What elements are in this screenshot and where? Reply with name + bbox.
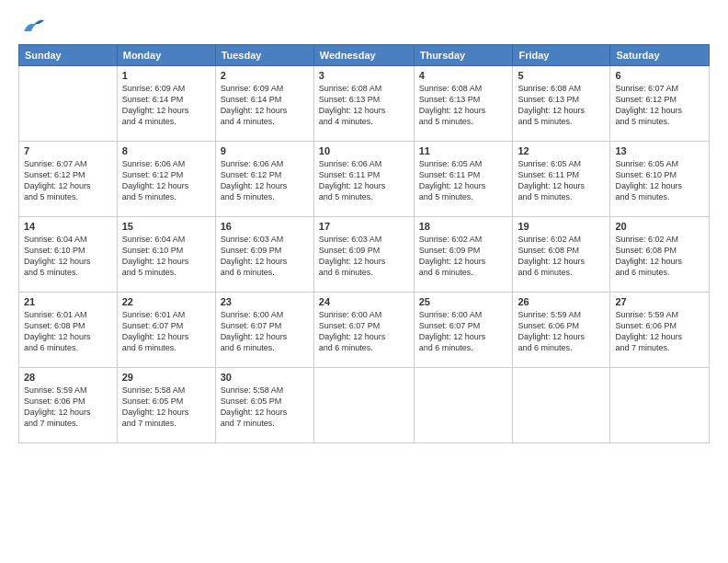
- calendar-cell: 8Sunrise: 6:06 AMSunset: 6:12 PMDaylight…: [117, 142, 215, 217]
- day-number: 2: [221, 70, 309, 81]
- day-number: 13: [615, 145, 704, 156]
- cell-info: Sunrise: 6:05 AMSunset: 6:11 PMDaylight:…: [419, 158, 508, 203]
- calendar-cell: 6Sunrise: 6:07 AMSunset: 6:12 PMDaylight…: [610, 66, 710, 142]
- calendar-cell: 22Sunrise: 6:01 AMSunset: 6:07 PMDayligh…: [117, 293, 215, 368]
- cell-info: Sunrise: 6:02 AMSunset: 6:09 PMDaylight:…: [419, 234, 508, 279]
- day-number: 10: [319, 145, 409, 156]
- cell-info: Sunrise: 6:06 AMSunset: 6:12 PMDaylight:…: [221, 158, 309, 203]
- calendar-cell: 4Sunrise: 6:08 AMSunset: 6:13 PMDaylight…: [414, 66, 513, 142]
- cell-info: Sunrise: 5:58 AMSunset: 6:05 PMDaylight:…: [122, 385, 210, 430]
- day-number: 18: [419, 221, 508, 232]
- week-row-3: 14Sunrise: 6:04 AMSunset: 6:10 PMDayligh…: [19, 217, 710, 293]
- cell-info: Sunrise: 6:03 AMSunset: 6:09 PMDaylight:…: [221, 234, 309, 279]
- calendar-header-thursday: Thursday: [414, 45, 513, 66]
- day-number: 22: [122, 296, 210, 307]
- day-number: 30: [221, 372, 309, 383]
- calendar-cell: [313, 368, 414, 443]
- day-number: 3: [319, 70, 409, 81]
- cell-info: Sunrise: 6:05 AMSunset: 6:11 PMDaylight:…: [518, 158, 605, 203]
- cell-info: Sunrise: 6:05 AMSunset: 6:10 PMDaylight:…: [615, 158, 704, 203]
- week-row-5: 28Sunrise: 5:59 AMSunset: 6:06 PMDayligh…: [19, 368, 710, 443]
- calendar-cell: 28Sunrise: 5:59 AMSunset: 6:06 PMDayligh…: [19, 368, 118, 443]
- day-number: 29: [122, 372, 210, 383]
- cell-info: Sunrise: 6:08 AMSunset: 6:13 PMDaylight:…: [419, 83, 508, 128]
- calendar-cell: 11Sunrise: 6:05 AMSunset: 6:11 PMDayligh…: [414, 142, 513, 217]
- calendar-cell: 3Sunrise: 6:08 AMSunset: 6:13 PMDaylight…: [313, 66, 414, 142]
- calendar-cell: 18Sunrise: 6:02 AMSunset: 6:09 PMDayligh…: [414, 217, 513, 293]
- cell-info: Sunrise: 5:59 AMSunset: 6:06 PMDaylight:…: [518, 309, 605, 354]
- cell-info: Sunrise: 6:06 AMSunset: 6:11 PMDaylight:…: [319, 158, 409, 203]
- cell-info: Sunrise: 6:09 AMSunset: 6:14 PMDaylight:…: [221, 83, 309, 128]
- calendar-cell: 15Sunrise: 6:04 AMSunset: 6:10 PMDayligh…: [117, 217, 215, 293]
- cell-info: Sunrise: 6:08 AMSunset: 6:13 PMDaylight:…: [319, 83, 409, 128]
- cell-info: Sunrise: 6:00 AMSunset: 6:07 PMDaylight:…: [319, 309, 409, 354]
- calendar-cell: [513, 368, 610, 443]
- day-number: 12: [518, 145, 605, 156]
- day-number: 25: [419, 296, 508, 307]
- cell-info: Sunrise: 6:08 AMSunset: 6:13 PMDaylight:…: [518, 83, 605, 128]
- day-number: 19: [518, 221, 605, 232]
- calendar-cell: 25Sunrise: 6:00 AMSunset: 6:07 PMDayligh…: [414, 293, 513, 368]
- calendar-cell: 20Sunrise: 6:02 AMSunset: 6:08 PMDayligh…: [610, 217, 710, 293]
- cell-info: Sunrise: 6:03 AMSunset: 6:09 PMDaylight:…: [319, 234, 409, 279]
- day-number: 14: [24, 221, 112, 232]
- calendar-cell: 13Sunrise: 6:05 AMSunset: 6:10 PMDayligh…: [610, 142, 710, 217]
- week-row-4: 21Sunrise: 6:01 AMSunset: 6:08 PMDayligh…: [19, 293, 710, 368]
- logo-bird-icon: [20, 15, 46, 35]
- cell-info: Sunrise: 6:06 AMSunset: 6:12 PMDaylight:…: [122, 158, 210, 203]
- calendar-header-monday: Monday: [117, 45, 215, 66]
- day-number: 4: [419, 70, 508, 81]
- day-number: 9: [221, 145, 309, 156]
- calendar-cell: 24Sunrise: 6:00 AMSunset: 6:07 PMDayligh…: [313, 293, 414, 368]
- calendar-header-wednesday: Wednesday: [313, 45, 414, 66]
- day-number: 23: [221, 296, 309, 307]
- day-number: 15: [122, 221, 210, 232]
- cell-info: Sunrise: 6:01 AMSunset: 6:07 PMDaylight:…: [122, 309, 210, 354]
- calendar-cell: [610, 368, 710, 443]
- calendar-cell: 30Sunrise: 5:58 AMSunset: 6:05 PMDayligh…: [215, 368, 313, 443]
- day-number: 26: [518, 296, 605, 307]
- day-number: 7: [24, 145, 112, 156]
- calendar-table: SundayMondayTuesdayWednesdayThursdayFrid…: [18, 44, 710, 443]
- week-row-1: 1Sunrise: 6:09 AMSunset: 6:14 PMDaylight…: [19, 66, 710, 142]
- cell-info: Sunrise: 5:59 AMSunset: 6:06 PMDaylight:…: [615, 309, 704, 354]
- cell-info: Sunrise: 6:02 AMSunset: 6:08 PMDaylight:…: [615, 234, 704, 279]
- cell-info: Sunrise: 6:04 AMSunset: 6:10 PMDaylight:…: [122, 234, 210, 279]
- cell-info: Sunrise: 5:58 AMSunset: 6:05 PMDaylight:…: [221, 385, 309, 430]
- calendar-cell: 9Sunrise: 6:06 AMSunset: 6:12 PMDaylight…: [215, 142, 313, 217]
- day-number: 16: [221, 221, 309, 232]
- cell-info: Sunrise: 5:59 AMSunset: 6:06 PMDaylight:…: [24, 385, 112, 430]
- cell-info: Sunrise: 6:04 AMSunset: 6:10 PMDaylight:…: [24, 234, 112, 279]
- day-number: 11: [419, 145, 508, 156]
- day-number: 1: [122, 70, 210, 81]
- day-number: 24: [319, 296, 409, 307]
- calendar-header-saturday: Saturday: [610, 45, 710, 66]
- calendar-cell: 21Sunrise: 6:01 AMSunset: 6:08 PMDayligh…: [19, 293, 118, 368]
- day-number: 20: [615, 221, 704, 232]
- cell-info: Sunrise: 6:00 AMSunset: 6:07 PMDaylight:…: [419, 309, 508, 354]
- day-number: 28: [24, 372, 112, 383]
- calendar-cell: 7Sunrise: 6:07 AMSunset: 6:12 PMDaylight…: [19, 142, 118, 217]
- calendar-cell: 5Sunrise: 6:08 AMSunset: 6:13 PMDaylight…: [513, 66, 610, 142]
- calendar-cell: 12Sunrise: 6:05 AMSunset: 6:11 PMDayligh…: [513, 142, 610, 217]
- day-number: 17: [319, 221, 409, 232]
- calendar-cell: [414, 368, 513, 443]
- day-number: 6: [615, 70, 704, 81]
- calendar-header-sunday: Sunday: [19, 45, 118, 66]
- calendar-header-row: SundayMondayTuesdayWednesdayThursdayFrid…: [19, 45, 710, 66]
- calendar-cell: 1Sunrise: 6:09 AMSunset: 6:14 PMDaylight…: [117, 66, 215, 142]
- calendar-cell: 23Sunrise: 6:00 AMSunset: 6:07 PMDayligh…: [215, 293, 313, 368]
- cell-info: Sunrise: 6:02 AMSunset: 6:08 PMDaylight:…: [518, 234, 605, 279]
- calendar-body: 1Sunrise: 6:09 AMSunset: 6:14 PMDaylight…: [19, 66, 710, 443]
- day-number: 5: [518, 70, 605, 81]
- calendar-header-friday: Friday: [513, 45, 610, 66]
- calendar-cell: 10Sunrise: 6:06 AMSunset: 6:11 PMDayligh…: [313, 142, 414, 217]
- day-number: 27: [615, 296, 704, 307]
- cell-info: Sunrise: 6:07 AMSunset: 6:12 PMDaylight:…: [615, 83, 704, 128]
- calendar-header-tuesday: Tuesday: [215, 45, 313, 66]
- calendar-cell: 27Sunrise: 5:59 AMSunset: 6:06 PMDayligh…: [610, 293, 710, 368]
- calendar-cell: 2Sunrise: 6:09 AMSunset: 6:14 PMDaylight…: [215, 66, 313, 142]
- calendar-page: SundayMondayTuesdayWednesdayThursdayFrid…: [0, 0, 728, 563]
- cell-info: Sunrise: 6:09 AMSunset: 6:14 PMDaylight:…: [122, 83, 210, 128]
- calendar-cell: 26Sunrise: 5:59 AMSunset: 6:06 PMDayligh…: [513, 293, 610, 368]
